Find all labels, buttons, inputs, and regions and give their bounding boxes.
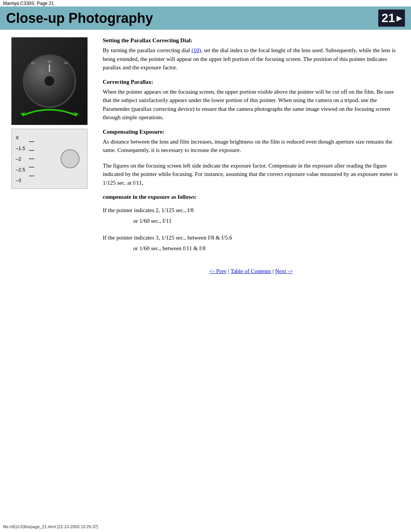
page-number: 21 xyxy=(381,11,395,25)
parallax-dial-title: Setting the Parallax Correcting Dial: xyxy=(103,37,400,44)
page-header: Close-up Photography 21 ▶ xyxy=(0,6,411,30)
chart-label-2.5: –2.5 xyxy=(16,164,25,175)
separator-2: | xyxy=(272,268,275,274)
chart-label-x: X xyxy=(16,132,25,143)
chart-label-3: –3 xyxy=(16,175,25,185)
toc-link[interactable]: Table of Contents xyxy=(231,268,271,274)
prev-link[interactable]: <- Prev xyxy=(210,268,227,274)
page-arrow: ▶ xyxy=(397,14,402,22)
compensating-exposure-body1: As distance between the lens and film in… xyxy=(103,137,400,155)
next-link[interactable]: Next -> xyxy=(275,268,293,274)
chart-labels: X –1.5 –2 –2.5 –3 xyxy=(16,132,25,185)
compensating-exposure-body2: The figures on the focusing screen left … xyxy=(103,161,400,187)
dial-link[interactable]: (10) xyxy=(191,47,201,53)
right-column: Setting the Parallax Correcting Dial: By… xyxy=(103,37,400,282)
example2-line2: or 1/60 sec., between f/11 & f/8 xyxy=(133,244,400,253)
left-column: 55 65 80 80 · 65 xyxy=(11,37,95,282)
exposure-chart: X –1.5 –2 –2.5 –3 xyxy=(11,129,88,189)
page-title: Close-up Photography xyxy=(6,10,153,26)
compensate-bold-line: compensate in the exposure as follows: xyxy=(103,194,400,200)
chart-label-2: –2 xyxy=(16,153,25,164)
example1-line1: If the pointer indicates 2, 1/125 sec., … xyxy=(103,206,400,215)
section-compensating-exposure: Compensating Exposure: As distance betwe… xyxy=(103,129,400,187)
correcting-parallax-body: When the pointer appears on the focusing… xyxy=(103,88,400,122)
correcting-parallax-title: Correcting Parallax: xyxy=(103,79,400,85)
compensating-exposure-title: Compensating Exposure: xyxy=(103,129,400,135)
exposure-examples: If the pointer indicates 2, 1/125 sec., … xyxy=(103,206,400,253)
parallax-dial-body: By turning the parallax correcting dial … xyxy=(103,46,400,72)
title-bar: Mamiya C330S: Page 21 xyxy=(0,0,411,6)
navigation-bar: <- Prev | Table of Contents | Next -> xyxy=(103,268,400,275)
example1-line2: or 1/60 sec., f/11 xyxy=(133,216,400,225)
page-number-box: 21 ▶ xyxy=(378,10,405,27)
chart-circle xyxy=(61,149,80,168)
content-area: 55 65 80 80 · 65 xyxy=(0,37,411,282)
status-bar: file:///E|/c330s/page_21.html [22-10-200… xyxy=(3,524,98,529)
camera-dial-image: 55 65 80 80 · 65 xyxy=(11,37,88,125)
chart-label-1.5: –1.5 xyxy=(16,143,25,153)
section-parallax-dial: Setting the Parallax Correcting Dial: By… xyxy=(103,37,400,72)
section-correcting-parallax: Correcting Parallax: When the pointer ap… xyxy=(103,79,400,122)
example2-line1: If the pointer indicates 3, 1/125 sec., … xyxy=(103,233,400,242)
